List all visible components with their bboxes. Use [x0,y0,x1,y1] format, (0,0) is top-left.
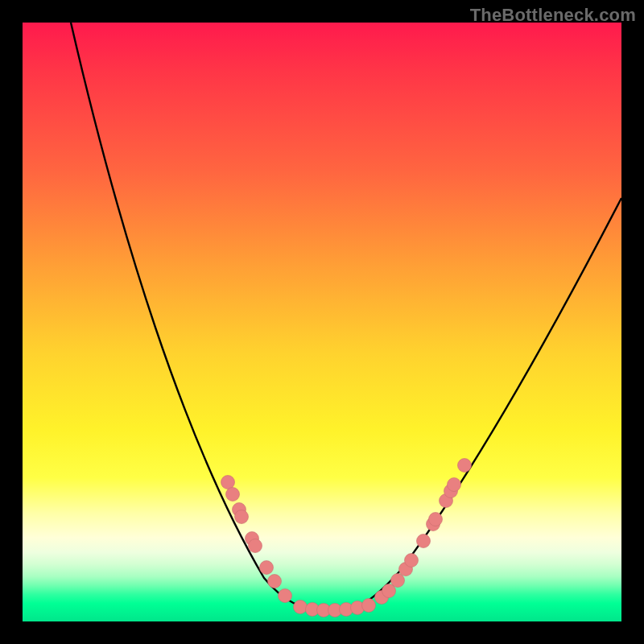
dot [448,478,461,492]
dot [226,488,240,502]
dot [279,589,292,603]
dot [429,513,443,526]
dot [235,510,249,524]
dot [249,539,262,553]
bottleneck-curve [23,23,621,621]
watermark-text: TheBottleneck.com [470,5,636,26]
dot [405,554,419,568]
chart-frame: TheBottleneck.com [0,0,644,644]
dot [417,535,431,548]
dot [458,459,472,473]
dot [391,574,405,588]
highlight-dots [221,459,472,617]
dot [260,561,274,575]
dot [294,601,308,614]
dot [268,575,282,588]
curve-path [71,23,621,610]
dot [362,599,376,613]
chart-plot-area [23,23,621,621]
dot [221,476,235,489]
